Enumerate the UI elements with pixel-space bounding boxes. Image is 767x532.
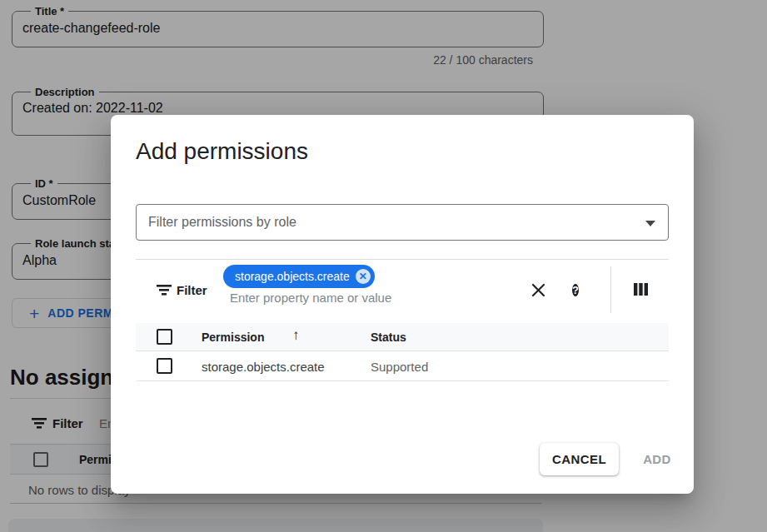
chip-close-icon[interactable]: ✕ [356, 269, 371, 284]
column-permission[interactable]: Permission [202, 331, 264, 344]
cancel-button[interactable]: CANCEL [540, 443, 619, 475]
column-status[interactable]: Status [371, 331, 406, 344]
dialog-select-all-checkbox[interactable] [157, 329, 172, 345]
chevron-down-icon [645, 221, 655, 226]
divider [136, 259, 669, 260]
clear-filter-icon[interactable] [531, 283, 545, 297]
row-checkbox[interactable] [157, 358, 172, 374]
row-status-value: Supported [371, 360, 428, 374]
filter-chip-text: storage.objects.create [235, 270, 350, 283]
role-select-placeholder: Filter permissions by role [148, 215, 296, 230]
sort-ascending-icon[interactable]: ↑ [292, 327, 300, 344]
table-row[interactable]: storage.objects.create Supported [136, 351, 669, 381]
add-permissions-dialog: Add permissions Filter permissions by ro… [111, 115, 694, 494]
row-permission-value: storage.objects.create [202, 360, 325, 374]
filter-permissions-by-role-select[interactable]: Filter permissions by role [136, 204, 669, 241]
toolbar-divider [610, 266, 611, 313]
filter-list-icon [157, 285, 172, 296]
columns-icon[interactable] [634, 283, 648, 296]
filter-chip[interactable]: storage.objects.create ✕ [223, 265, 375, 288]
dialog-title: Add permissions [136, 138, 308, 165]
dialog-table-header: Permission ↑ Status [136, 323, 669, 351]
help-icon[interactable]: ? [572, 282, 579, 298]
add-button[interactable]: ADD [635, 443, 679, 475]
dialog-filter-input[interactable] [228, 288, 503, 306]
dialog-filter-label: Filter [177, 283, 207, 297]
